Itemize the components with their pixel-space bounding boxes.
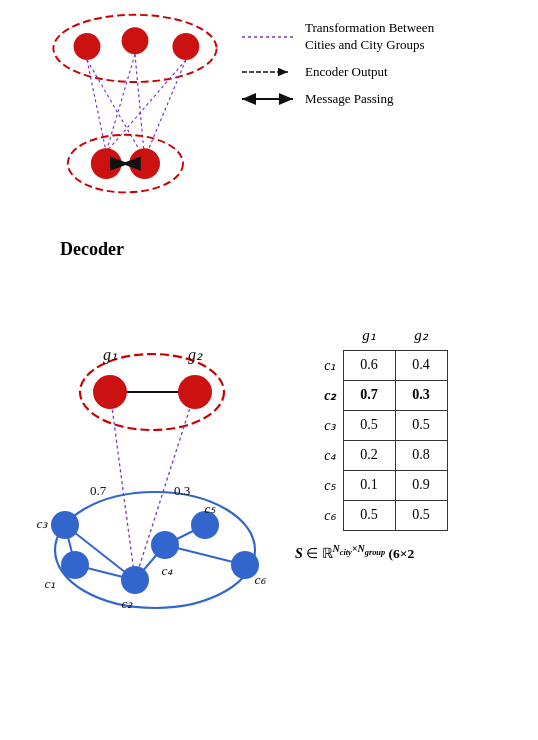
svg-point-2 [122, 27, 149, 54]
matrix-cell-1-1: 0.6 [343, 350, 395, 380]
svg-text:g₂: g₂ [188, 346, 203, 364]
svg-point-40 [151, 531, 179, 559]
svg-text:c₁: c₁ [45, 576, 56, 591]
svg-point-38 [121, 566, 149, 594]
svg-text:c₆: c₆ [255, 572, 267, 587]
message-text: Message Passing [305, 91, 393, 108]
bottom-section: g₁ g₂ c₁ c₂ c₃ c₄ c₅ c₆ 0.7 0.3 [0, 310, 538, 740]
matrix-area: g₁ g₂ c₁0.60.4c₂0.70.3c₃0.50.5c₄0.20.8c₅… [295, 320, 525, 561]
transformation-line-icon [240, 30, 295, 44]
svg-point-3 [172, 33, 199, 60]
encoder-line-icon [240, 65, 295, 79]
legend-item-message: Message Passing [240, 91, 530, 108]
matrix-row-label-1: c₁ [315, 350, 343, 380]
matrix-corner [315, 320, 343, 350]
matrix-col-header-g2: g₂ [395, 320, 447, 350]
matrix-cell-2-1: 0.7 [343, 380, 395, 410]
matrix-row-5: c₅0.10.9 [315, 470, 447, 500]
decoder-diagram: Decoder [30, 10, 240, 270]
matrix-cell-2-2: 0.3 [395, 380, 447, 410]
svg-point-37 [61, 551, 89, 579]
encoder-text: Encoder Output [305, 64, 388, 81]
graph-area: g₁ g₂ c₁ c₂ c₃ c₄ c₅ c₆ 0.7 0.3 [20, 330, 290, 650]
message-line-icon [240, 92, 295, 106]
matrix-row-label-4: c₄ [315, 440, 343, 470]
svg-point-11 [91, 148, 122, 179]
svg-text:c₅: c₅ [205, 501, 217, 516]
svg-text:0.7: 0.7 [90, 483, 107, 498]
matrix-row-1: c₁0.60.4 [315, 350, 447, 380]
svg-text:c₃: c₃ [37, 516, 49, 531]
matrix-row-6: c₆0.50.5 [315, 500, 447, 530]
matrix-caption: S ∈ ℝNcity×Ngroup (6×2 [295, 543, 525, 562]
svg-point-12 [129, 148, 160, 179]
svg-text:0.3: 0.3 [174, 483, 190, 498]
page: Decoder Transformation Between Cities an… [0, 0, 538, 740]
svg-text:c₂: c₂ [122, 596, 134, 611]
matrix-row-label-5: c₅ [315, 470, 343, 500]
matrix-row-3: c₃0.50.5 [315, 410, 447, 440]
matrix-row-label-3: c₃ [315, 410, 343, 440]
matrix-cell-4-2: 0.8 [395, 440, 447, 470]
matrix-cell-3-1: 0.5 [343, 410, 395, 440]
svg-point-34 [178, 375, 212, 409]
svg-text:g₁: g₁ [103, 346, 117, 364]
matrix-cell-6-2: 0.5 [395, 500, 447, 530]
matrix-row-label-2: c₂ [315, 380, 343, 410]
matrix-cell-5-2: 0.9 [395, 470, 447, 500]
svg-point-1 [74, 33, 101, 60]
svg-point-39 [51, 511, 79, 539]
svg-line-7 [135, 54, 145, 159]
top-section: Decoder Transformation Between Cities an… [0, 0, 538, 280]
matrix-cell-3-2: 0.5 [395, 410, 447, 440]
legend-item-encoder: Encoder Output [240, 64, 530, 81]
decoder-label: Decoder [60, 239, 124, 260]
svg-line-8 [106, 60, 186, 152]
matrix-cell-5-1: 0.1 [343, 470, 395, 500]
matrix-table: g₁ g₂ c₁0.60.4c₂0.70.3c₃0.50.5c₄0.20.8c₅… [315, 320, 448, 531]
matrix-cell-1-2: 0.4 [395, 350, 447, 380]
svg-point-33 [93, 375, 127, 409]
matrix-row-4: c₄0.20.8 [315, 440, 447, 470]
svg-line-9 [145, 60, 186, 159]
matrix-cell-4-1: 0.2 [343, 440, 395, 470]
svg-line-30 [110, 392, 135, 580]
matrix-row-label-6: c₆ [315, 500, 343, 530]
svg-line-5 [87, 60, 145, 159]
matrix-col-header-g1: g₁ [343, 320, 395, 350]
legend-item-transformation: Transformation Between Cities and City G… [240, 20, 530, 54]
legend: Transformation Between Cities and City G… [240, 20, 530, 118]
svg-text:c₄: c₄ [162, 563, 174, 578]
matrix-cell-6-1: 0.5 [343, 500, 395, 530]
svg-line-6 [106, 54, 135, 152]
matrix-row-2: c₂0.70.3 [315, 380, 447, 410]
transformation-text: Transformation Between Cities and City G… [305, 20, 434, 54]
